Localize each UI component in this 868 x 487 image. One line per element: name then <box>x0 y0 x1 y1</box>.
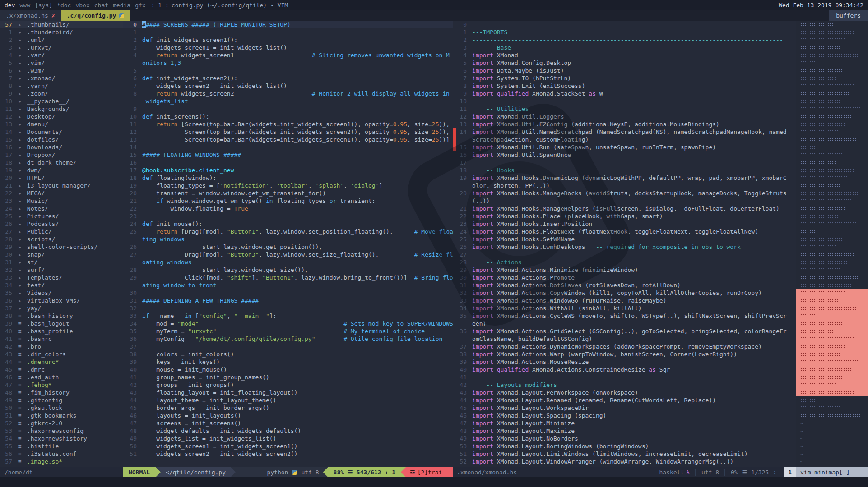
code-line[interactable]: 6import Data.Maybe (isJust) <box>453 67 796 74</box>
code-line[interactable]: 31import XMonad.Actions.RotSlaves (rotSl… <box>453 281 796 289</box>
tree-item[interactable]: 34▸ test/ <box>0 281 123 289</box>
code-line[interactable]: 24import XMonad.Hooks.FloatNext (floatNe… <box>453 228 796 235</box>
code-line[interactable]: 34 mod = "mod4" # Sets mod key to SUPER/… <box>123 320 453 327</box>
code-line[interactable]: 23 <box>123 212 453 220</box>
code-line[interactable]: 26 start=lazy.window.get_position()), <box>123 243 453 251</box>
workspace-tag[interactable]: media <box>113 2 130 9</box>
code-line[interactable]: 7import System.IO (hPutStrLn) <box>453 74 796 82</box>
code-line[interactable]: 38 colors = init_colors() <box>123 350 453 358</box>
tree-item[interactable]: 33▸ Templates/ <box>0 274 123 281</box>
haskell-editor-pane[interactable]: 0---------------------------------------… <box>453 21 796 467</box>
workspace-tag[interactable]: *doc <box>57 2 71 9</box>
code-line[interactable]: 47import XMonad.Layout.Minimize <box>453 419 796 427</box>
code-line[interactable]: 10 <box>453 97 796 105</box>
tree-item[interactable]: 40≡ .bash_profile <box>0 327 123 335</box>
code-line[interactable]: 1 <box>123 28 453 36</box>
tree-item[interactable]: 55≡ .histfile <box>0 442 123 450</box>
code-line[interactable]: 31##### DEFINING A FEW THINGS ##### <box>123 297 453 304</box>
code-line[interactable]: 39import XMonad.Actions.MouseResize <box>453 358 796 366</box>
code-line[interactable]: omClassName, buildDefaultGSConfig) <box>453 335 796 343</box>
code-line[interactable]: 35import XMonad.Actions.CycleWS (moveTo,… <box>453 312 796 320</box>
code-line[interactable]: 34import XMonad.Actions.WithAll (sinkAll… <box>453 304 796 312</box>
tree-item[interactable]: 26▸ Podcasts/ <box>0 220 123 228</box>
tree-item[interactable]: 54≡ .haxornewshistory <box>0 435 123 442</box>
code-line[interactable]: 14 <box>123 143 453 151</box>
code-line[interactable]: 42 groups = init_groups() <box>123 381 453 389</box>
code-line[interactable]: oating windows <box>123 258 453 266</box>
code-line[interactable]: 1---IMPORTS <box>453 28 796 36</box>
code-line[interactable]: 52import XMonad.Layout.WindowArranger (w… <box>453 458 796 465</box>
code-line[interactable]: ScratchpadAction, customFloating) <box>453 136 796 143</box>
tree-item[interactable]: 47≡ .fehbg* <box>0 381 123 389</box>
code-line[interactable]: 49 widgets_list = init_widgets_list() <box>123 435 453 442</box>
code-line[interactable]: 48 widget_defaults = init_widgets_defaul… <box>123 427 453 435</box>
code-line[interactable]: 21import XMonad.Hooks.ManageHelpers (isF… <box>453 205 796 212</box>
close-icon[interactable]: ✗ <box>51 12 55 19</box>
tree-item[interactable]: 17▸ Dropbox/ <box>0 151 123 159</box>
tab-config-py[interactable]: .c/q/config.py <box>61 10 130 21</box>
code-line[interactable]: 50 widgets_screen1 = init_widgets_screen… <box>123 442 453 450</box>
tree-item[interactable]: 50≡ .gksu.lock <box>0 404 123 412</box>
code-line[interactable]: 15##### FLOATING WINDOWS ##### <box>123 151 453 159</box>
code-line[interactable]: 23import XMonad.Hooks.InsertPosition <box>453 220 796 228</box>
code-line[interactable]: 33import XMonad.Actions.WindowGo (runOrR… <box>453 297 796 304</box>
code-line[interactable]: 37 <box>123 343 453 350</box>
code-line[interactable]: 9 <box>123 105 453 113</box>
code-line[interactable]: 20import XMonad.Hooks.ManageDocks (avoid… <box>453 189 796 197</box>
code-line[interactable]: (..)) <box>453 197 796 205</box>
workspace-tag[interactable]: vbox <box>75 2 89 9</box>
code-line[interactable]: 27 Drag([mod], "Button3", lazy.window.se… <box>123 251 453 258</box>
tree-item[interactable]: 14▸ Documents/ <box>0 128 123 136</box>
command-line[interactable] <box>0 477 868 487</box>
code-line[interactable]: 45 border_args = init_border_args() <box>123 404 453 412</box>
code-line[interactable]: onitors 1,3 <box>123 59 453 67</box>
code-line[interactable]: 22import XMonad.Hooks.Place (placeHook, … <box>453 212 796 220</box>
tree-item[interactable]: 12▸ Desktop/ <box>0 113 123 120</box>
code-line[interactable]: 41 <box>453 373 796 381</box>
minimap-pane[interactable]: ~~~~~~ <box>796 21 868 467</box>
code-line[interactable]: 19 floating_types = ['notification', 'to… <box>123 182 453 189</box>
tree-item[interactable]: 57▸ .thumbnails/ <box>0 21 123 28</box>
code-line[interactable]: 27 <box>453 251 796 258</box>
code-line[interactable]: 4import XMonad <box>453 51 796 59</box>
tree-item[interactable]: 6▸ .w3m/ <box>0 67 123 74</box>
code-line[interactable]: 46 layouts = init_layouts() <box>123 412 453 419</box>
code-line[interactable]: ting windows <box>123 235 453 243</box>
code-line[interactable]: 12import XMonad.Util.Loggers <box>453 113 796 120</box>
code-line[interactable]: 43import XMonad.Layout.PerWorkspace (onW… <box>453 389 796 396</box>
code-line[interactable]: 32 <box>123 304 453 312</box>
code-line[interactable]: 29import XMonad.Actions.Minimize (minimi… <box>453 266 796 274</box>
tree-item[interactable]: 52≡ .gtkrc-2.0 <box>0 419 123 427</box>
tree-item[interactable]: 44≡ .dmenurc* <box>0 358 123 366</box>
code-line[interactable]: 0---------------------------------------… <box>453 21 796 28</box>
code-line[interactable]: 5 <box>123 67 453 74</box>
tree-item[interactable]: 27▸ Public/ <box>0 228 123 235</box>
code-line[interactable]: 18 -- Hooks <box>453 166 796 174</box>
workspace-tag[interactable]: gfx <box>135 2 145 9</box>
code-line[interactable]: 13 Screen(top=bar.Bar(widgets=init_widge… <box>123 136 453 143</box>
code-line[interactable]: 22 window.floating = True <box>123 205 453 212</box>
code-line[interactable]: 4 return widgets_screen1 # Slicing remov… <box>123 51 453 59</box>
code-line[interactable]: 28 -- Actions <box>453 258 796 266</box>
code-line[interactable]: 18def floating(window): <box>123 174 453 182</box>
tree-item[interactable]: 20▸ HTML/ <box>0 174 123 182</box>
tree-item[interactable]: 56≡ .i3status.conf <box>0 450 123 458</box>
code-line[interactable]: 0##### SCREENS ##### (TRIPLE MONITOR SET… <box>123 21 453 28</box>
tree-item[interactable]: 25▸ Pictures/ <box>0 212 123 220</box>
code-line[interactable]: 51 widgets_screen2 = init_widgets_screen… <box>123 450 453 458</box>
tree-item[interactable]: 13▸ dmenu/ <box>0 120 123 128</box>
code-line[interactable]: 3 widgets_screen1 = init_widgets_list() <box>123 44 453 51</box>
code-line[interactable]: 47 screens = init_screens() <box>123 419 453 427</box>
code-line[interactable]: 19import XMonad.Hooks.DynamicLog (dynami… <box>453 174 796 182</box>
tree-item[interactable]: 45≡ .dmrc <box>0 366 123 373</box>
code-line[interactable]: 11 -- Utilities <box>453 105 796 113</box>
code-line[interactable]: 11 return [Screen(top=bar.Bar(widgets=in… <box>123 120 453 128</box>
tree-item[interactable]: 57≡ .image.so* <box>0 458 123 465</box>
code-line[interactable]: 36 myConfig = "/home/dt/.config/qtile/co… <box>123 335 453 343</box>
tree-item[interactable]: 23▸ Music/ <box>0 197 123 205</box>
code-line[interactable]: 50import XMonad.Layout.BoringWindows (bo… <box>453 442 796 450</box>
code-line[interactable]: 25import XMonad.Hooks.SetWMName <box>453 235 796 243</box>
code-line[interactable]: 40 mouse = init_mouse() <box>123 366 453 373</box>
code-line[interactable]: 20 transient = window.window.get_wm_tran… <box>123 189 453 197</box>
code-line[interactable]: 41 group_names = init_group_names() <box>123 373 453 381</box>
